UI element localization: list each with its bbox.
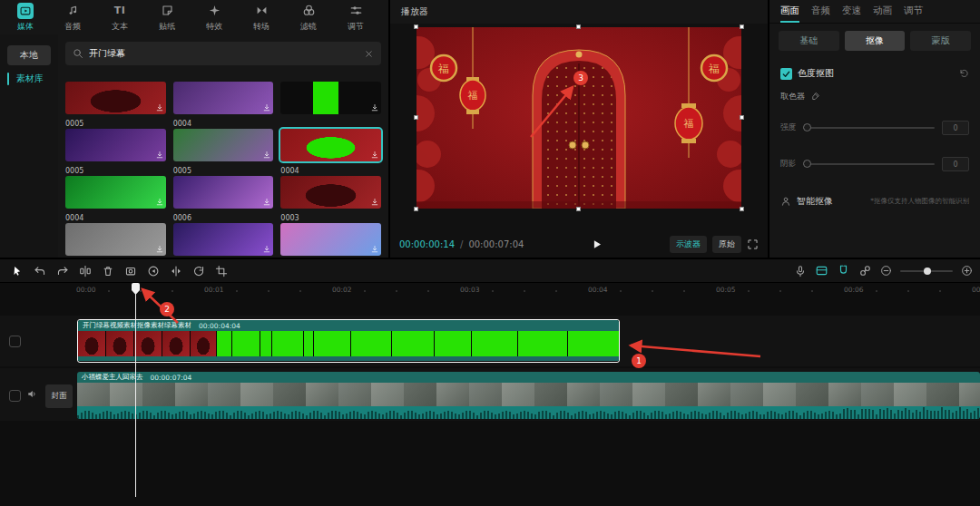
- sidebar-item-local[interactable]: 本地: [7, 45, 51, 65]
- media-item[interactable]: 0004: [280, 167, 381, 209]
- download-icon[interactable]: [370, 245, 379, 254]
- undo-button[interactable]: [30, 261, 50, 281]
- media-item-thumbnail[interactable]: [65, 223, 166, 256]
- media-item-thumbnail[interactable]: [173, 223, 274, 256]
- transform-handle[interactable]: [740, 115, 744, 120]
- playhead[interactable]: [135, 283, 136, 497]
- split-button[interactable]: [75, 261, 95, 281]
- media-item[interactable]: [65, 73, 166, 114]
- subtab-keying[interactable]: 抠像: [845, 31, 906, 51]
- snap-toggle-icon[interactable]: [837, 264, 850, 277]
- media-item-thumbnail[interactable]: [173, 82, 274, 114]
- media-item[interactable]: [280, 73, 381, 114]
- media-item-thumbnail[interactable]: [65, 176, 166, 209]
- download-icon[interactable]: [370, 151, 379, 160]
- download-icon[interactable]: [155, 198, 164, 207]
- media-item[interactable]: 0004: [173, 120, 274, 161]
- toolbar-tab-audio[interactable]: 音频: [49, 3, 96, 33]
- toolbar-tab-effects[interactable]: 特效: [191, 3, 238, 33]
- toolbar-tab-text[interactable]: TI 文本: [96, 3, 143, 33]
- track1-options-icon[interactable]: [9, 336, 21, 347]
- toolbar-tab-filter[interactable]: 滤镜: [285, 3, 332, 33]
- media-item[interactable]: 0005: [65, 120, 166, 161]
- select-tool-button[interactable]: [7, 261, 27, 281]
- download-icon[interactable]: [155, 245, 164, 254]
- media-item[interactable]: [173, 73, 274, 114]
- download-icon[interactable]: [370, 198, 379, 207]
- sidebar-item-library[interactable]: 素材库: [7, 69, 51, 89]
- toolbar-tab-transition[interactable]: 转场: [238, 3, 285, 33]
- subtab-basic[interactable]: 基础: [779, 31, 839, 51]
- intensity-value[interactable]: 0: [942, 121, 969, 135]
- rotate-button[interactable]: [189, 261, 209, 281]
- download-icon[interactable]: [262, 245, 271, 254]
- reset-icon[interactable]: [958, 68, 969, 79]
- original-button[interactable]: 原始: [712, 236, 741, 253]
- transform-handle[interactable]: [576, 24, 581, 29]
- download-icon[interactable]: [262, 103, 271, 112]
- shadow-slider[interactable]: [803, 163, 935, 165]
- transform-handle[interactable]: [414, 115, 418, 120]
- transform-handle[interactable]: [414, 24, 418, 29]
- transform-handle[interactable]: [414, 207, 418, 211]
- cover-button[interactable]: 封面: [45, 384, 73, 408]
- timeline-clip-main-video[interactable]: 小福蝶爱主人回家去 00:00:07:04: [77, 372, 980, 419]
- media-item-thumbnail[interactable]: [280, 129, 381, 161]
- timeline-zoom-slider[interactable]: [900, 270, 953, 272]
- tab-speed[interactable]: 变速: [842, 0, 861, 23]
- download-icon[interactable]: [370, 103, 379, 112]
- video-preview[interactable]: 福 福 福: [416, 27, 741, 209]
- media-item-thumbnail[interactable]: [173, 176, 274, 209]
- media-item[interactable]: 0006: [173, 214, 274, 256]
- download-icon[interactable]: [262, 151, 271, 160]
- zoom-out-icon[interactable]: [880, 265, 892, 277]
- mirror-button[interactable]: [166, 261, 186, 281]
- media-item-thumbnail[interactable]: [280, 223, 381, 256]
- shadow-value[interactable]: 0: [942, 157, 969, 171]
- media-item[interactable]: [280, 120, 381, 161]
- media-item[interactable]: 0005: [173, 167, 274, 209]
- download-icon[interactable]: [155, 151, 164, 160]
- play-button[interactable]: [591, 238, 603, 250]
- tab-audio[interactable]: 音频: [811, 0, 830, 23]
- tab-adjust[interactable]: 调节: [904, 0, 923, 23]
- subtab-mask[interactable]: 蒙版: [910, 31, 971, 51]
- timeline-clip-greenscreen[interactable]: 开门绿幕视频素材抠像素材绿幕素材 00:00:04:04: [77, 319, 620, 363]
- search-input[interactable]: [89, 49, 358, 59]
- smart-keying-row[interactable]: 智能抠像 *抠像仅支持人物图像的智能识别: [780, 195, 969, 208]
- reverse-button[interactable]: [143, 261, 163, 281]
- crop-button[interactable]: [211, 261, 231, 281]
- media-item-thumbnail[interactable]: [65, 82, 166, 114]
- track2-mute-icon[interactable]: [26, 388, 38, 400]
- media-item[interactable]: 0005: [65, 167, 166, 209]
- fullscreen-icon[interactable]: [747, 238, 759, 250]
- transform-handle[interactable]: [740, 24, 744, 29]
- redo-button[interactable]: [53, 261, 73, 281]
- chroma-key-checkbox[interactable]: [780, 68, 792, 80]
- tab-picture[interactable]: 画面: [780, 0, 799, 23]
- media-item[interactable]: 0004: [65, 214, 166, 256]
- media-item[interactable]: 0003: [280, 214, 381, 256]
- delete-button[interactable]: [98, 261, 118, 281]
- toolbar-tab-adjust[interactable]: 调节: [332, 3, 379, 33]
- preview-axis-toggle-icon[interactable]: [815, 264, 828, 277]
- eyedropper-icon[interactable]: [810, 92, 820, 102]
- download-icon[interactable]: [155, 103, 164, 112]
- scope-button[interactable]: 示波器: [670, 236, 707, 253]
- track2-options-icon[interactable]: [9, 390, 21, 402]
- download-icon[interactable]: [262, 198, 271, 207]
- record-voiceover-icon[interactable]: [794, 265, 807, 277]
- clear-search-icon[interactable]: [364, 49, 374, 59]
- media-item-thumbnail[interactable]: [173, 129, 274, 161]
- freeze-frame-button[interactable]: [121, 261, 141, 281]
- media-item-thumbnail[interactable]: [280, 176, 381, 209]
- toolbar-tab-media[interactable]: 媒体: [2, 3, 49, 33]
- intensity-slider[interactable]: [803, 127, 935, 129]
- transform-handle[interactable]: [576, 207, 581, 211]
- media-item-thumbnail[interactable]: [65, 129, 166, 161]
- toolbar-tab-sticker[interactable]: 贴纸: [143, 3, 191, 33]
- media-item-thumbnail[interactable]: [280, 82, 381, 114]
- tab-animation[interactable]: 动画: [873, 0, 892, 23]
- timeline-ruler[interactable]: 00:0000:0100:0200:0300:0400:0500:0600:07: [0, 283, 980, 297]
- linkage-icon[interactable]: [858, 264, 872, 277]
